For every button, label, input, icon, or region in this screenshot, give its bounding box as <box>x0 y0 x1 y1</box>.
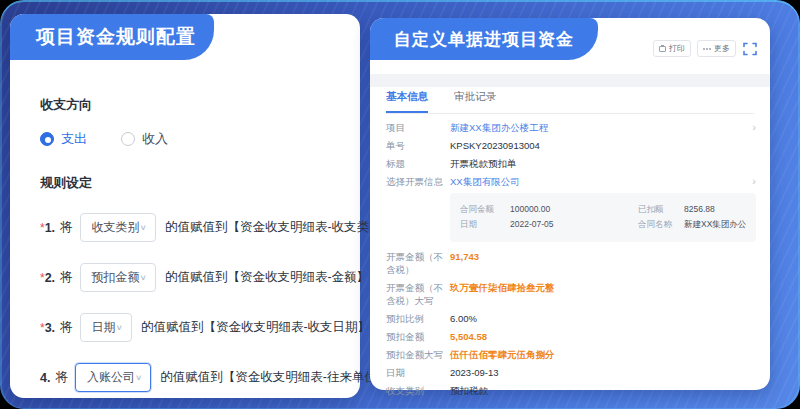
rule-suffix: 的值赋值到【资金收支明细表-往来单位】中 <box>160 369 402 386</box>
print-button-label: 打印 <box>669 43 685 54</box>
field-row-doc-number: 单号 KPSKY20230913004 <box>386 136 756 154</box>
rule-word: 将 <box>60 219 73 236</box>
contract-date-label: 日期 <box>460 219 510 231</box>
panel-title: 项目资金规则配置 <box>36 24 196 50</box>
field-label: 标题 <box>386 157 450 170</box>
fullscreen-icon[interactable] <box>742 41 758 57</box>
tab-approval-record[interactable]: 审批记录 <box>454 90 496 113</box>
contract-amount-label: 合同金额 <box>460 204 510 216</box>
field-value: 预扣税款 <box>450 384 756 397</box>
radio-expenditure[interactable]: 支出 <box>40 130 87 148</box>
field-row-invoice-amount: 开票金额（不含税） 91,743 <box>386 247 756 278</box>
field-row-title: 标题 开票税款预扣单 <box>386 154 756 172</box>
rule-word: 将 <box>60 269 73 286</box>
field-label: 预扣金额大写 <box>386 348 450 361</box>
rule-number: 4. <box>40 371 50 385</box>
more-button[interactable]: 更多 <box>697 40 736 57</box>
rule-number: 1. <box>45 221 55 235</box>
rule-suffix: 的值赋值到【资金收支明细表-收支日期】中 <box>141 319 383 336</box>
rule-word: 将 <box>55 369 68 386</box>
contract-date-value: 2022-07-05 <box>510 219 638 229</box>
tab-bar: 基本信息 审批记录 <box>386 90 754 114</box>
rule-row-1: 1. 将 收支类别 的值赋值到【资金收支明细表-收支类别】中 <box>40 213 340 242</box>
radio-income[interactable]: 收入 <box>121 130 168 148</box>
select-value: 收支类别 <box>92 219 140 236</box>
rules-label: 规则设定 <box>40 174 340 192</box>
direction-label: 收支方向 <box>40 96 340 114</box>
contract-box-row: 合同金额 100000.00 已扣额 8256.88 <box>460 204 746 216</box>
field-list: 项目 新建XX集团办公楼工程 单号 KPSKY20230913004 标题 开票… <box>386 118 756 399</box>
direction-radio-group: 支出 收入 <box>40 130 340 148</box>
field-label: 预扣金额 <box>386 330 450 343</box>
field-label: 单号 <box>386 139 450 152</box>
field-row-invoice-info[interactable]: 选择开票信息 XX集团有限公司 <box>386 172 756 190</box>
custom-document-panel: 自定义单据进项目资金 打印 更多 基本信息 审批记录 <box>370 18 770 390</box>
contract-name-label: 合同名称 <box>638 219 684 231</box>
select-value: 预扣金额 <box>92 269 140 286</box>
more-button-label: 更多 <box>714 43 730 54</box>
rule-3-field-select[interactable]: 日期 <box>80 313 132 342</box>
rule-config-panel: 项目资金规则配置 收支方向 支出 收入 规则设定 1. 将 收 <box>10 14 360 398</box>
field-label: 日期 <box>386 366 450 379</box>
field-row-category: 收支类别 预扣税款 <box>386 381 756 399</box>
field-label: 开票金额（不含税） <box>386 250 450 276</box>
panel-toolbar: 打印 更多 <box>653 40 758 57</box>
field-value: 玖万壹仟柒佰肆拾叁元整 <box>450 281 756 294</box>
chevron-down-icon <box>140 273 147 282</box>
field-label: 开票金额（不含税）大写 <box>386 281 450 307</box>
chevron-down-icon <box>116 323 123 332</box>
chevron-down-icon <box>140 223 147 232</box>
blue-gradient-frame: 项目资金规则配置 收支方向 支出 收入 规则设定 1. 将 收 <box>0 0 800 409</box>
contract-name-value: 新建XX集团办公楼工程施工总承包合同 <box>684 219 746 231</box>
rule-4-field-select[interactable]: 入账公司 <box>75 363 151 392</box>
rule-row-2: 2. 将 预扣金额 的值赋值到【资金收支明细表-金额】中 <box>40 263 340 292</box>
field-label: 项目 <box>386 121 450 134</box>
print-button[interactable]: 打印 <box>653 40 691 57</box>
rule-row-4: 4. 将 入账公司 的值赋值到【资金收支明细表-往来单位】中 <box>40 363 340 392</box>
rule-2-field-select[interactable]: 预扣金额 <box>80 263 156 292</box>
field-row-invoice-amount-caps: 开票金额（不含税）大写 玖万壹仟柒佰肆拾叁元整 <box>386 278 756 309</box>
deducted-amount-value: 8256.88 <box>684 204 746 214</box>
chevron-right-icon[interactable] <box>746 121 756 134</box>
tab-basic-info[interactable]: 基本信息 <box>386 90 428 113</box>
print-icon <box>659 46 666 52</box>
header-divider-strip <box>370 74 770 87</box>
radio-label: 收入 <box>142 130 168 148</box>
contract-detail-box: 合同金额 100000.00 已扣额 8256.88 日期 2022-07-05… <box>450 193 756 242</box>
field-value: 5,504.58 <box>450 330 756 343</box>
chevron-right-icon[interactable] <box>746 175 756 188</box>
project-link[interactable]: 新建XX集团办公楼工程 <box>450 121 746 134</box>
field-row-project[interactable]: 项目 新建XX集团办公楼工程 <box>386 118 756 136</box>
field-row-date: 日期 2023-09-13 <box>386 363 756 381</box>
field-label: 选择开票信息 <box>386 175 450 188</box>
radio-label: 支出 <box>61 130 87 148</box>
field-value: 6.00% <box>450 312 756 325</box>
field-row-withholding-amount-caps: 预扣金额大写 伍仟伍佰零肆元伍角捌分 <box>386 345 756 363</box>
radio-circle-icon[interactable] <box>121 132 135 146</box>
panel-title: 自定义单据进项目资金 <box>394 28 574 51</box>
field-value: 91,743 <box>450 250 756 263</box>
rule-row-3: 3. 将 日期 的值赋值到【资金收支明细表-收支日期】中 <box>40 313 340 342</box>
rule-word: 将 <box>60 319 73 336</box>
contract-amount-value: 100000.00 <box>510 204 638 214</box>
rule-number: 3. <box>45 321 55 335</box>
select-value: 日期 <box>92 319 116 336</box>
more-dots-icon <box>703 48 711 50</box>
rule-suffix: 的值赋值到【资金收支明细表-金额】中 <box>165 269 382 286</box>
field-row-withholding-ratio: 预扣比例 6.00% <box>386 309 756 327</box>
field-value: 伍仟伍佰零肆元伍角捌分 <box>450 348 756 361</box>
field-label: 预扣比例 <box>386 312 450 325</box>
deducted-amount-label: 已扣额 <box>638 204 684 216</box>
invoice-company-link[interactable]: XX集团有限公司 <box>450 175 746 188</box>
panel-title-ribbon: 项目资金规则配置 <box>10 14 214 60</box>
field-value: KPSKY20230913004 <box>450 139 756 152</box>
chevron-down-icon <box>135 373 142 382</box>
rule-config-body: 收支方向 支出 收入 规则设定 1. 将 收支类别 <box>40 74 340 392</box>
panel-title-ribbon: 自定义单据进项目资金 <box>370 18 598 60</box>
field-value: 2023-09-13 <box>450 366 756 379</box>
contract-box-row: 日期 2022-07-05 合同名称 新建XX集团办公楼工程施工总承包合同 <box>460 219 746 231</box>
rule-number: 2. <box>45 271 55 285</box>
rule-1-field-select[interactable]: 收支类别 <box>80 213 156 242</box>
radio-circle-icon[interactable] <box>40 132 54 146</box>
field-value: 开票税款预扣单 <box>450 157 756 170</box>
